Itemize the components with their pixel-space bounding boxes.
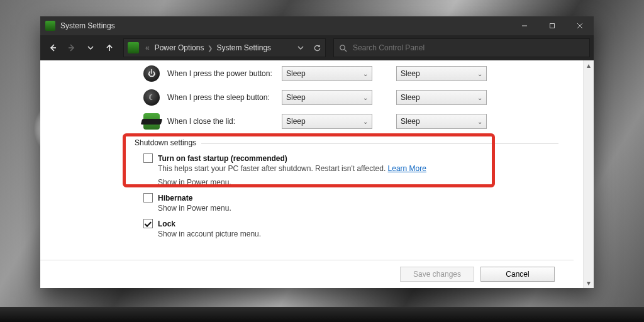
- close-lid-battery-select[interactable]: Sleep⌄: [282, 114, 372, 129]
- chevron-down-icon: [297, 45, 304, 51]
- search-icon: [334, 44, 352, 52]
- app-icon: [45, 21, 55, 31]
- chevron-down-icon: ⌄: [477, 94, 482, 101]
- power-button-label: When I press the power button:: [167, 69, 274, 78]
- title-bar: System Settings: [40, 16, 594, 35]
- lock-title: Lock: [158, 219, 175, 228]
- address-dropdown-button[interactable]: [292, 40, 309, 56]
- breadcrumb-prefix[interactable]: «: [143, 43, 152, 52]
- hibernate-title: Hibernate: [158, 194, 192, 203]
- address-bar[interactable]: « Power Options ❯ System Settings: [123, 38, 326, 57]
- nav-up-button[interactable]: [101, 39, 118, 57]
- chevron-down-icon: ⌄: [477, 70, 482, 77]
- vertical-scrollbar[interactable]: ▴ ▾: [583, 60, 594, 288]
- window-title: System Settings: [60, 21, 115, 30]
- svg-point-7: [340, 45, 344, 49]
- arrow-right-icon: [67, 43, 76, 52]
- search-input[interactable]: [352, 43, 589, 53]
- close-lid-label: When I close the lid:: [167, 117, 274, 126]
- chevron-down-icon: ⌄: [363, 94, 368, 101]
- sleep-button-icon: ☾: [143, 89, 160, 106]
- sleep-option-partial: Show in Power menu.: [143, 178, 546, 187]
- fast-startup-checkbox[interactable]: [143, 153, 153, 163]
- scroll-down-button[interactable]: ▾: [584, 278, 594, 288]
- chevron-down-icon: ⌄: [363, 118, 368, 125]
- fast-startup-desc: This helps start your PC faster after sh…: [158, 164, 388, 173]
- power-button-row: ⏻ When I press the power button: Sleep⌄ …: [143, 62, 558, 86]
- minimize-icon: [521, 23, 528, 29]
- chevron-down-icon: ⌄: [363, 70, 368, 77]
- save-changes-button[interactable]: Save changes: [400, 267, 474, 282]
- lid-icon: [143, 113, 160, 130]
- lock-option: Lock Show in account picture menu.: [143, 219, 546, 238]
- chevron-right-icon: ❯: [206, 45, 214, 52]
- navigation-bar: « Power Options ❯ System Settings: [40, 35, 594, 60]
- power-button-rows: ⏻ When I press the power button: Sleep⌄ …: [143, 62, 558, 133]
- sleep-desc: Show in Power menu.: [158, 178, 546, 187]
- sleep-button-label: When I press the sleep button:: [167, 93, 274, 102]
- lock-checkbox[interactable]: [143, 219, 153, 228]
- shutdown-settings: Turn on fast startup (recommended) This …: [143, 153, 546, 245]
- scroll-up-button[interactable]: ▴: [584, 60, 594, 70]
- svg-line-8: [344, 49, 347, 52]
- learn-more-link[interactable]: Learn More: [388, 164, 426, 173]
- hibernate-checkbox[interactable]: [143, 193, 153, 203]
- sleep-button-battery-select[interactable]: Sleep⌄: [282, 90, 372, 105]
- refresh-icon: [313, 44, 321, 52]
- nav-forward-button[interactable]: [63, 39, 80, 57]
- fast-startup-title: Turn on fast startup (recommended): [158, 154, 287, 163]
- maximize-button[interactable]: [538, 16, 566, 35]
- nav-back-button[interactable]: [44, 39, 62, 57]
- maximize-icon: [549, 23, 555, 29]
- taskbar[interactable]: [0, 307, 644, 322]
- footer-bar: Save changes Cancel: [40, 260, 574, 288]
- shutdown-settings-heading: Shutdown settings: [135, 138, 201, 147]
- nav-recent-button[interactable]: [82, 39, 99, 57]
- search-box[interactable]: [333, 38, 590, 57]
- power-button-battery-select[interactable]: Sleep⌄: [282, 66, 372, 81]
- close-button[interactable]: [566, 16, 594, 35]
- address-app-icon: [128, 42, 139, 53]
- lock-desc: Show in account picture menu.: [158, 230, 546, 238]
- close-lid-plugged-select[interactable]: Sleep⌄: [396, 114, 487, 129]
- minimize-button[interactable]: [511, 16, 538, 35]
- content-area: ⏻ When I press the power button: Sleep⌄ …: [40, 60, 594, 288]
- power-button-icon: ⏻: [143, 65, 160, 82]
- cancel-button[interactable]: Cancel: [480, 267, 555, 282]
- close-icon: [577, 23, 583, 29]
- breadcrumb-system-settings[interactable]: System Settings: [214, 43, 274, 52]
- system-settings-window: System Settings: [40, 16, 594, 288]
- breadcrumb-power-options[interactable]: Power Options: [152, 43, 207, 52]
- svg-rect-1: [550, 24, 555, 28]
- arrow-left-icon: [48, 43, 57, 52]
- chevron-down-icon: [87, 45, 94, 51]
- fast-startup-option: Turn on fast startup (recommended) This …: [143, 153, 546, 173]
- power-button-plugged-select[interactable]: Sleep⌄: [396, 66, 487, 81]
- arrow-up-icon: [105, 43, 114, 52]
- refresh-button[interactable]: [309, 40, 325, 56]
- hibernate-desc: Show in Power menu.: [158, 204, 546, 213]
- hibernate-option: Hibernate Show in Power menu.: [143, 193, 546, 213]
- sleep-button-plugged-select[interactable]: Sleep⌄: [396, 90, 487, 105]
- chevron-down-icon: ⌄: [477, 118, 482, 125]
- close-lid-row: When I close the lid: Sleep⌄ Sleep⌄: [143, 109, 558, 133]
- desktop-background: System Settings: [0, 0, 644, 322]
- sleep-button-row: ☾ When I press the sleep button: Sleep⌄ …: [143, 86, 558, 109]
